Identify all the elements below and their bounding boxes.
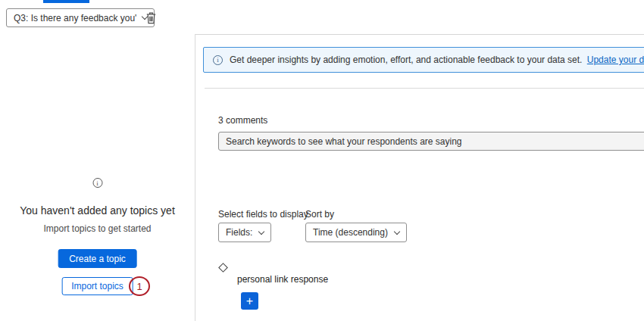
fields-dropdown-value: Fields: xyxy=(226,227,252,238)
update-data-set-link[interactable]: Update your data set xyxy=(587,55,644,65)
sort-dropdown-value: Time (descending) xyxy=(313,227,388,238)
plus-icon: + xyxy=(246,295,253,307)
chevron-down-icon xyxy=(258,228,264,234)
active-tab-indicator xyxy=(43,0,89,3)
import-topics-button[interactable]: Import topics xyxy=(61,277,133,295)
trash-icon xyxy=(145,12,157,24)
sort-section-label: Sort by xyxy=(305,209,334,220)
fields-dropdown[interactable]: Fields: xyxy=(218,223,271,242)
keyword-search-input[interactable] xyxy=(218,132,644,151)
sort-dropdown[interactable]: Time (descending) xyxy=(305,223,407,242)
question-selector-dropdown[interactable]: Q3: Is there any feedback you' xyxy=(6,8,155,27)
response-field-label: personal link response xyxy=(237,274,328,285)
delete-question-button[interactable] xyxy=(142,10,159,26)
add-topic-button[interactable]: + xyxy=(241,292,258,310)
main-content: i Get deeper insights by adding emotion,… xyxy=(195,34,644,321)
empty-state-title: You haven't added any topics yet xyxy=(0,204,195,217)
question-selector-value: Q3: Is there any feedback you' xyxy=(14,13,136,23)
banner-text: Get deeper insights by adding emotion, e… xyxy=(230,55,644,65)
info-banner: i Get deeper insights by adding emotion,… xyxy=(203,47,644,73)
sentiment-diamond-icon xyxy=(218,263,228,273)
banner-message: Get deeper insights by adding emotion, e… xyxy=(230,55,582,65)
info-icon: i xyxy=(213,55,223,65)
create-topic-button[interactable]: Create a topic xyxy=(58,249,137,268)
annotation-step-circle: 1 xyxy=(129,276,150,296)
topics-panel: i You haven't added any topics yet Impor… xyxy=(0,34,195,321)
comments-count: 3 comments xyxy=(218,115,267,126)
fields-section-label: Select fields to display xyxy=(218,209,308,220)
chevron-down-icon xyxy=(394,228,400,234)
info-icon: i xyxy=(92,178,102,188)
comments-card: 3 comments Select fields to display Sort… xyxy=(205,88,644,321)
empty-state-subtitle: Import topics to get started xyxy=(0,223,195,234)
topbar: Q3: Is there any feedback you' xyxy=(0,0,644,34)
screen: Q3: Is there any feedback you' i You hav… xyxy=(0,0,644,321)
